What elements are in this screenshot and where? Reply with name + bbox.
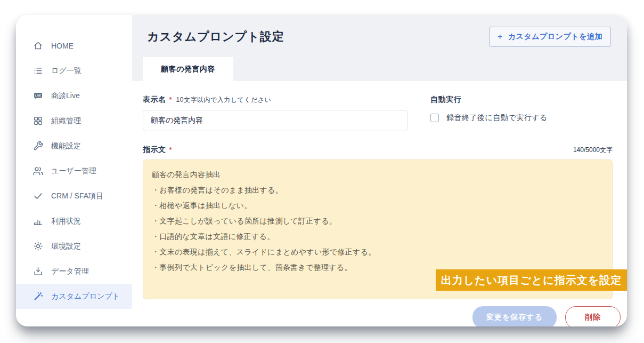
tab-customer-remarks[interactable]: 顧客の発言内容 (143, 57, 233, 81)
auto-run-checkbox-label: 録音終了後に自動で実行する (446, 113, 548, 123)
required-asterisk: * (169, 95, 172, 103)
data-import-icon (33, 266, 43, 276)
sidebar-item-user-management[interactable]: ユーザー管理 (16, 158, 132, 184)
sidebar-item-label: データ管理 (51, 267, 89, 276)
form-area: 表示名 * 10文字以内で入力してください 自動実行 録音終了後に自動で実行する (132, 81, 627, 299)
users-icon (33, 166, 43, 176)
home-icon (33, 41, 43, 51)
sidebar-item-features[interactable]: 機能設定 (16, 133, 132, 158)
auto-run-checkbox[interactable] (430, 114, 439, 122)
sidebar-item-custom-prompt[interactable]: カスタムプロンプト (16, 284, 132, 309)
save-changes-button[interactable]: 変更を保存する (472, 306, 557, 327)
sidebar-item-log-list[interactable]: ログ一覧 (16, 58, 132, 83)
sidebar-item-label: 環境設定 (51, 242, 81, 251)
sidebar-item-home[interactable]: HOME (16, 33, 132, 58)
char-counter: 140/5000文字 (573, 146, 613, 155)
sidebar-item-label: 利用状況 (51, 217, 81, 226)
sidebar-item-label: 商談Live (51, 91, 80, 101)
list-icon (33, 66, 43, 76)
page-background: HOME ログ一覧 LIVE 商談Live 組織管理 (0, 0, 644, 343)
instruction-label: 指示文 (143, 145, 166, 155)
sidebar-item-crm-sfa[interactable]: CRM / SFA項目 (16, 184, 132, 209)
delete-button[interactable]: 削除 (565, 306, 621, 327)
app-window: HOME ログ一覧 LIVE 商談Live 組織管理 (16, 15, 627, 326)
auto-run-label: 自動実行 (430, 95, 461, 105)
bar-chart-icon (33, 216, 43, 226)
tab-bar: 顧客の発言内容 (143, 57, 233, 81)
sidebar-item-label: ユーザー管理 (51, 166, 96, 176)
sidebar-item-label: ログ一覧 (51, 66, 81, 76)
sidebar-item-label: CRM / SFA項目 (51, 192, 103, 201)
wrench-icon (33, 141, 43, 151)
annotation-callout: 出力したい項目ごとに指示文を設定 (436, 269, 627, 291)
plus-icon: + (498, 32, 503, 42)
sidebar: HOME ログ一覧 LIVE 商談Live 組織管理 (16, 15, 132, 326)
display-name-input[interactable] (143, 110, 407, 131)
sidebar-item-usage[interactable]: 利用状況 (16, 209, 132, 234)
sidebar-item-label: 機能設定 (51, 141, 81, 151)
sidebar-item-label: カスタムプロンプト (51, 292, 120, 301)
add-custom-prompt-button[interactable]: + カスタムプロンプトを追加 (489, 27, 611, 47)
page-header: カスタムプロンプト設定 + カスタムプロンプトを追加 顧客の発言内容 (132, 15, 627, 81)
grid-icon (33, 116, 43, 126)
magic-wand-icon (33, 291, 43, 301)
auto-run-checkbox-row[interactable]: 録音終了後に自動で実行する (430, 113, 548, 123)
display-name-helper: 10文字以内で入力してください (176, 95, 272, 105)
gear-icon (33, 241, 43, 251)
sidebar-item-data-management[interactable]: データ管理 (16, 259, 132, 284)
display-name-label: 表示名 (143, 95, 166, 105)
sidebar-item-meeting-live[interactable]: LIVE 商談Live (16, 83, 132, 108)
action-footer: 変更を保存する 削除 (132, 299, 627, 326)
svg-text:LIVE: LIVE (35, 94, 42, 97)
sidebar-item-label: HOME (51, 42, 74, 50)
sidebar-item-label: 組織管理 (51, 116, 81, 126)
page-title: カスタムプロンプト設定 (147, 29, 284, 45)
live-badge-icon: LIVE (33, 91, 43, 101)
sidebar-item-environment[interactable]: 環境設定 (16, 234, 132, 259)
required-asterisk: * (169, 146, 172, 154)
add-button-label: カスタムプロンプトを追加 (508, 32, 602, 42)
sidebar-item-organization[interactable]: 組織管理 (16, 108, 132, 133)
check-icon (33, 191, 43, 201)
